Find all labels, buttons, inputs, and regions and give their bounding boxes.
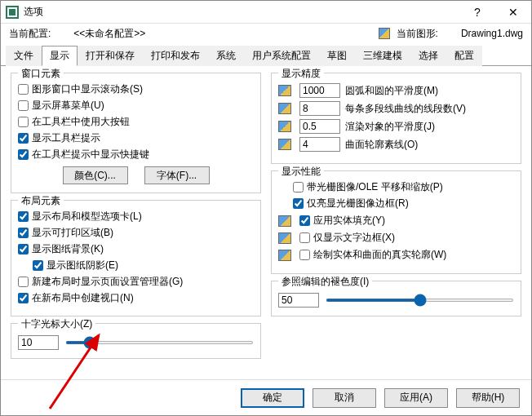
color-button[interactable]: 颜色(C)... (63, 166, 128, 184)
tab-user[interactable]: 用户系统配置 (244, 46, 319, 66)
fade-title: 参照编辑的褪色度(I) (278, 275, 372, 289)
help-button[interactable]: 帮助(H) (456, 388, 520, 408)
paper-bg-checkbox[interactable]: 显示图纸背景(K) (18, 242, 254, 256)
layout-elements-group: 布局元素 显示布局和模型选项卡(L) 显示可打印区域(B) 显示图纸背景(K) … (11, 200, 261, 316)
render-smooth-input[interactable] (299, 119, 340, 134)
tab-3d[interactable]: 三维建模 (355, 46, 410, 66)
options-dialog: 选项 ? ✕ 当前配置: <<未命名配置>> 当前图形: Drawing1.dw… (0, 0, 532, 416)
precision-icon (278, 103, 291, 114)
shortcuts-checkbox[interactable]: 在工具栏提示中显示快捷键 (18, 148, 254, 162)
font-button[interactable]: 字体(F)... (144, 166, 210, 184)
contour-input[interactable] (299, 137, 340, 152)
screen-menu-checkbox[interactable]: 显示屏幕菜单(U) (18, 99, 254, 113)
tab-print[interactable]: 打印和发布 (143, 46, 208, 66)
dialog-title: 选项 (24, 5, 459, 19)
precision-icon (278, 85, 291, 96)
help-button[interactable]: ? (459, 1, 495, 24)
current-drawing-value: Drawing1.dwg (461, 28, 523, 39)
viewport-checkbox[interactable]: 在新布局中创建视口(N) (18, 291, 254, 305)
fade-group: 参照编辑的褪色度(I) (271, 281, 521, 316)
drawing-icon (379, 28, 390, 39)
app-icon (6, 6, 19, 19)
current-config-label: 当前配置: (9, 27, 51, 41)
perf-icon (278, 250, 291, 261)
page-setup-checkbox[interactable]: 新建布局时显示页面设置管理器(G) (18, 275, 254, 289)
raster-pan-checkbox[interactable]: 带光栅图像/OLE 平移和缩放(P) (293, 180, 514, 194)
fade-input[interactable] (278, 293, 319, 308)
text-frame-checkbox[interactable]: 仅显示文字边框(X) (299, 231, 395, 245)
arc-smooth-label: 圆弧和圆的平滑度(M) (345, 84, 514, 98)
precision-icon (278, 139, 291, 150)
current-drawing-label: 当前图形: (397, 27, 438, 41)
paper-shadow-checkbox[interactable]: 显示图纸阴影(E) (33, 259, 254, 272)
precision-title: 显示精度 (278, 67, 324, 81)
fade-slider[interactable] (326, 299, 514, 302)
tooltips-checkbox[interactable]: 显示工具栏提示 (18, 131, 254, 145)
perf-icon (278, 215, 291, 227)
crosshair-slider[interactable] (65, 341, 254, 344)
tab-display[interactable]: 显示 (42, 46, 78, 66)
content-area: 窗口元素 图形窗口中显示滚动条(S) 显示屏幕菜单(U) 在工具栏中使用大按钮 … (1, 66, 531, 379)
render-smooth-label: 渲染对象的平滑度(J) (345, 120, 514, 134)
performance-group: 显示性能 带光栅图像/OLE 平移和缩放(P) 仅亮显光栅图像边框(R) 应用实… (271, 170, 521, 274)
tab-system[interactable]: 系统 (208, 46, 244, 66)
cancel-button[interactable]: 取消 (313, 388, 376, 408)
crosshair-group: 十字光标大小(Z) (11, 323, 261, 359)
apply-button[interactable]: 应用(A) (384, 388, 448, 408)
raster-highlight-checkbox[interactable]: 仅亮显光栅图像边框(R) (293, 197, 514, 210)
tab-select[interactable]: 选择 (410, 46, 446, 66)
config-info-row: 当前配置: <<未命名配置>> 当前图形: Drawing1.dwg (1, 24, 531, 43)
contour-label: 曲面轮廓素线(O) (345, 138, 514, 152)
layout-elements-title: 布局元素 (18, 194, 64, 208)
tab-profile[interactable]: 配置 (446, 46, 482, 66)
tab-bar: 文件 显示 打开和保存 打印和发布 系统 用户系统配置 草图 三维建模 选择 配… (1, 45, 531, 66)
window-elements-group: 窗口元素 图形窗口中显示滚动条(S) 显示屏幕菜单(U) 在工具栏中使用大按钮 … (11, 73, 261, 193)
tab-open-save[interactable]: 打开和保存 (78, 46, 143, 66)
performance-title: 显示性能 (278, 165, 324, 179)
current-config-value: <<未命名配置>> (73, 27, 145, 41)
precision-icon (278, 121, 291, 132)
crosshair-title: 十字光标大小(Z) (18, 317, 95, 331)
layout-tabs-checkbox[interactable]: 显示布局和模型选项卡(L) (18, 210, 254, 223)
segments-label: 每条多段线曲线的线段数(V) (345, 102, 514, 116)
crosshair-input[interactable] (18, 335, 59, 350)
ok-button[interactable]: 确定 (241, 388, 304, 408)
scrollbars-checkbox[interactable]: 图形窗口中显示滚动条(S) (18, 82, 254, 96)
printable-area-checkbox[interactable]: 显示可打印区域(B) (18, 226, 254, 240)
tab-file[interactable]: 文件 (6, 46, 42, 66)
dialog-footer: 确定 取消 应用(A) 帮助(H) (1, 379, 531, 415)
precision-group: 显示精度 圆弧和圆的平滑度(M) 每条多段线曲线的线段数(V) 渲染对象的平滑度… (271, 73, 521, 164)
titlebar: 选项 ? ✕ (1, 1, 531, 24)
tab-draft[interactable]: 草图 (319, 46, 355, 66)
segments-input[interactable] (299, 101, 340, 116)
left-column: 窗口元素 图形窗口中显示滚动条(S) 显示屏幕菜单(U) 在工具栏中使用大按钮 … (11, 73, 261, 373)
window-elements-title: 窗口元素 (18, 67, 64, 81)
right-column: 显示精度 圆弧和圆的平滑度(M) 每条多段线曲线的线段数(V) 渲染对象的平滑度… (271, 73, 521, 373)
svg-rect-2 (9, 9, 16, 15)
perf-icon (278, 232, 291, 244)
solid-fill-checkbox[interactable]: 应用实体填充(Y) (299, 214, 385, 228)
arc-smooth-input[interactable] (299, 83, 340, 98)
large-buttons-checkbox[interactable]: 在工具栏中使用大按钮 (18, 115, 254, 129)
close-button[interactable]: ✕ (495, 1, 531, 24)
silhouette-checkbox[interactable]: 绘制实体和曲面的真实轮廓(W) (299, 248, 446, 262)
